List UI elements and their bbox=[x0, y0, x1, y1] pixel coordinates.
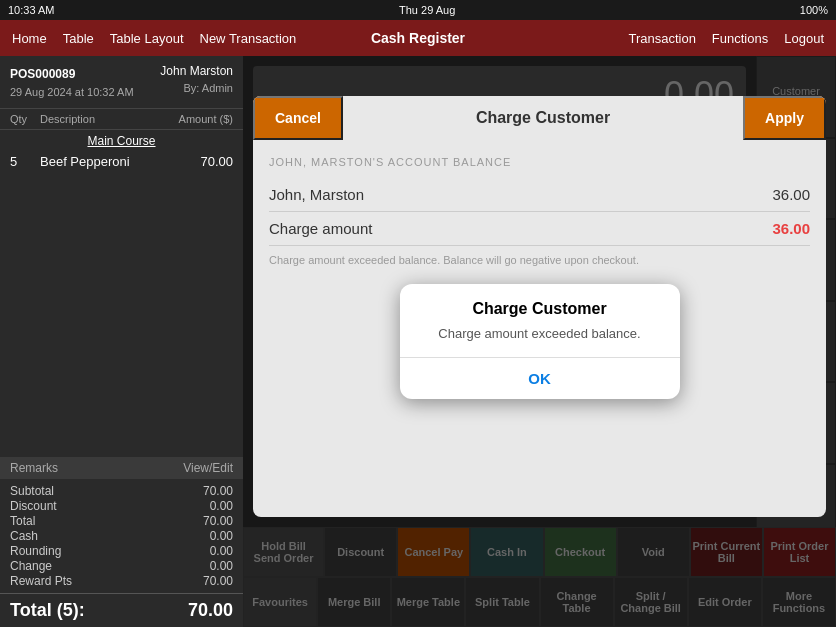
col-desc: Description bbox=[40, 113, 179, 125]
customer-name: John Marston bbox=[160, 64, 233, 78]
main-course-label: Main Course bbox=[0, 130, 243, 152]
col-amt: Amount ($) bbox=[179, 113, 233, 125]
item-amt: 70.00 bbox=[200, 154, 233, 169]
pos-number: POS000089 bbox=[10, 67, 75, 81]
remarks-bar: Remarks View/Edit bbox=[0, 457, 243, 479]
grand-total: Total (5): 70.00 bbox=[0, 593, 243, 627]
total-inner-label: Total bbox=[10, 514, 35, 528]
charge-overlay: Cancel Charge Customer Apply JOHN, MARST… bbox=[243, 56, 836, 627]
reward-pts-value: 70.00 bbox=[203, 574, 233, 588]
alert-ok-button[interactable]: OK bbox=[400, 358, 680, 399]
main-layout: POS000089 John Marston 29 Aug 2024 at 10… bbox=[0, 56, 836, 627]
remarks-label: Remarks bbox=[10, 461, 58, 475]
item-qty: 5 bbox=[10, 154, 40, 169]
alert-dialog: Charge Customer Charge amount exceeded b… bbox=[400, 284, 680, 399]
totals-section: Subtotal 70.00 Discount 0.00 Total 70.00… bbox=[0, 479, 243, 593]
status-day: Thu 29 Aug bbox=[399, 4, 455, 16]
subtotal-value: 70.00 bbox=[203, 484, 233, 498]
total-inner-value: 70.00 bbox=[203, 514, 233, 528]
receipt-date: 29 Aug 2024 at 10:32 AM bbox=[10, 86, 134, 98]
nav-table-layout[interactable]: Table Layout bbox=[110, 31, 184, 46]
status-battery: 100% bbox=[800, 4, 828, 16]
cash-value: 0.00 bbox=[210, 529, 233, 543]
change-label: Change bbox=[10, 559, 52, 573]
item-desc: Beef Pepperoni bbox=[40, 154, 200, 169]
table-row: 5 Beef Pepperoni 70.00 bbox=[0, 152, 243, 171]
right-panel: 0.00 Customer Account Custom Reward Rede… bbox=[243, 56, 836, 627]
grand-total-label: Total (5): bbox=[10, 600, 85, 621]
nav-logout[interactable]: Logout bbox=[784, 31, 824, 46]
alert-message: Charge amount exceeded balance. bbox=[400, 322, 680, 357]
receipt-by: By: Admin bbox=[183, 82, 233, 94]
grand-total-value: 70.00 bbox=[188, 600, 233, 621]
nav-bar: Home Table Table Layout New Transaction … bbox=[0, 20, 836, 56]
nav-table[interactable]: Table bbox=[63, 31, 94, 46]
nav-right: Transaction Functions Logout bbox=[628, 31, 824, 46]
reward-pts-label: Reward Pts bbox=[10, 574, 72, 588]
rounding-value: 0.00 bbox=[210, 544, 233, 558]
rounding-label: Rounding bbox=[10, 544, 61, 558]
receipt-header: POS000089 John Marston 29 Aug 2024 at 10… bbox=[0, 56, 243, 109]
cash-label: Cash bbox=[10, 529, 38, 543]
receipt-columns: Qty Description Amount ($) bbox=[0, 109, 243, 130]
discount-label: Discount bbox=[10, 499, 57, 513]
view-edit[interactable]: View/Edit bbox=[183, 461, 233, 475]
discount-value: 0.00 bbox=[210, 499, 233, 513]
col-qty: Qty bbox=[10, 113, 40, 125]
status-bar: 10:33 AM Thu 29 Aug 100% bbox=[0, 0, 836, 20]
left-panel: POS000089 John Marston 29 Aug 2024 at 10… bbox=[0, 56, 243, 627]
nav-transaction[interactable]: Transaction bbox=[628, 31, 695, 46]
rounding-row: Rounding 0.00 bbox=[10, 544, 233, 558]
total-inner-row: Total 70.00 bbox=[10, 514, 233, 528]
nav-left: Home Table Table Layout New Transaction bbox=[12, 31, 296, 46]
alert-title: Charge Customer bbox=[400, 284, 680, 322]
cash-row: Cash 0.00 bbox=[10, 529, 233, 543]
nav-new-transaction[interactable]: New Transaction bbox=[200, 31, 297, 46]
alert-overlay: Charge Customer Charge amount exceeded b… bbox=[243, 56, 836, 627]
change-row: Change 0.00 bbox=[10, 559, 233, 573]
subtotal-row: Subtotal 70.00 bbox=[10, 484, 233, 498]
discount-row: Discount 0.00 bbox=[10, 499, 233, 513]
subtotal-label: Subtotal bbox=[10, 484, 54, 498]
nav-home[interactable]: Home bbox=[12, 31, 47, 46]
nav-title: Cash Register bbox=[371, 30, 465, 46]
status-time: 10:33 AM bbox=[8, 4, 54, 16]
change-value: 0.00 bbox=[210, 559, 233, 573]
reward-pts-row: Reward Pts 70.00 bbox=[10, 574, 233, 588]
nav-functions[interactable]: Functions bbox=[712, 31, 768, 46]
